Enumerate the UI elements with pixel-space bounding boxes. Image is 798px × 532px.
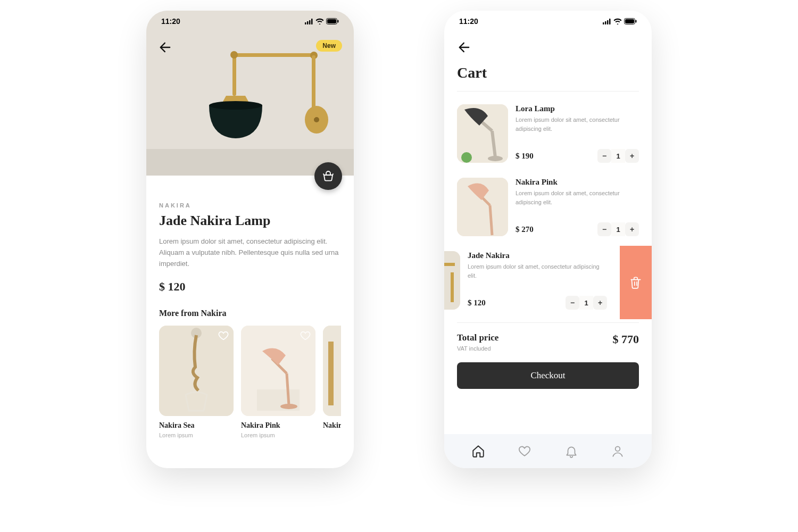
quantity-stepper: − 1 + bbox=[597, 222, 639, 236]
svg-point-38 bbox=[616, 446, 620, 451]
product-details: NAKIRA Jade Nakira Lamp Lorem ipsum dolo… bbox=[146, 176, 354, 438]
svg-point-32 bbox=[488, 156, 503, 161]
cart-item-desc: Lorem ipsum dolor sit amet, consectetur … bbox=[516, 115, 639, 133]
product-hero: New bbox=[146, 11, 354, 176]
quantity-value: 1 bbox=[579, 296, 593, 310]
signal-icon bbox=[305, 19, 313, 24]
svg-rect-30 bbox=[636, 20, 637, 23]
total-price: $ 770 bbox=[613, 332, 639, 346]
status-time: 11:20 bbox=[459, 17, 478, 26]
new-badge: New bbox=[316, 40, 342, 52]
decrease-button[interactable]: − bbox=[597, 222, 611, 236]
nav-favorites[interactable] bbox=[518, 444, 531, 458]
cart-item: Lora Lamp Lorem ipsum dolor sit amet, co… bbox=[457, 99, 639, 172]
nav-profile[interactable] bbox=[611, 444, 625, 458]
svg-point-33 bbox=[461, 152, 472, 163]
related-name: Nakira Sea bbox=[159, 421, 234, 430]
svg-rect-13 bbox=[312, 55, 315, 118]
decrease-button[interactable]: − bbox=[597, 149, 611, 163]
cart-item-desc: Lorem ipsum dolor sit amet, consectetur … bbox=[468, 262, 607, 280]
svg-point-15 bbox=[230, 51, 238, 59]
increase-button[interactable]: + bbox=[593, 296, 607, 310]
more-from-title: More from Nakira bbox=[159, 309, 341, 318]
increase-button[interactable]: + bbox=[625, 149, 639, 163]
total-label: Total price bbox=[457, 332, 498, 343]
home-icon bbox=[471, 444, 485, 458]
cart-title: Cart bbox=[457, 64, 639, 81]
cart-item-name: Nakira Pink bbox=[516, 178, 639, 187]
heart-icon[interactable] bbox=[218, 330, 229, 342]
svg-rect-0 bbox=[305, 22, 306, 24]
svg-rect-5 bbox=[327, 19, 336, 23]
back-button[interactable] bbox=[158, 40, 173, 55]
cart-item-name: Lora Lamp bbox=[516, 104, 639, 113]
status-icons bbox=[305, 18, 339, 24]
quantity-stepper: − 1 + bbox=[597, 149, 639, 163]
related-name: Nakira Pink bbox=[241, 421, 315, 430]
product-image bbox=[146, 11, 354, 176]
bell-icon bbox=[564, 444, 578, 458]
increase-button[interactable]: + bbox=[625, 222, 639, 236]
related-card[interactable]: Nakira Pink Lorem ipsum bbox=[241, 326, 315, 438]
brand-label: NAKIRA bbox=[159, 202, 341, 209]
basket-icon bbox=[322, 170, 335, 182]
decrease-button[interactable]: − bbox=[566, 296, 579, 310]
checkout-button[interactable]: Checkout bbox=[457, 362, 639, 389]
wifi-icon bbox=[315, 18, 324, 24]
svg-rect-14 bbox=[232, 53, 236, 96]
cart-item-image bbox=[457, 178, 508, 236]
status-bar: 11:20 bbox=[146, 11, 354, 32]
totals-row: Total price VAT included $ 770 bbox=[457, 322, 639, 354]
heart-icon bbox=[518, 444, 531, 458]
product-price: $ 120 bbox=[159, 280, 341, 294]
svg-rect-37 bbox=[444, 263, 455, 266]
nav-notifications[interactable] bbox=[564, 444, 578, 458]
svg-rect-11 bbox=[234, 53, 314, 57]
svg-rect-23 bbox=[328, 342, 334, 405]
related-name: Nakira G bbox=[323, 421, 341, 430]
delete-button[interactable] bbox=[620, 246, 652, 319]
total-sub: VAT included bbox=[457, 345, 498, 352]
cart-item-image bbox=[457, 104, 508, 163]
cart-item: Nakira Pink Lorem ipsum dolor sit amet, … bbox=[457, 172, 639, 246]
cart-item-image bbox=[444, 251, 460, 310]
svg-point-21 bbox=[280, 404, 297, 409]
cart-item-price: $ 270 bbox=[516, 225, 534, 234]
quantity-value: 1 bbox=[611, 222, 625, 236]
svg-rect-24 bbox=[603, 22, 604, 24]
cart-screen: 11:20 Cart L bbox=[444, 11, 652, 468]
svg-rect-1 bbox=[307, 21, 309, 24]
back-button[interactable] bbox=[457, 40, 472, 55]
svg-rect-3 bbox=[311, 19, 313, 24]
cart-item-name: Jade Nakira bbox=[468, 251, 607, 260]
related-sub: Lorem ipsum bbox=[241, 432, 315, 438]
svg-rect-25 bbox=[605, 21, 606, 24]
product-description: Lorem ipsum dolor sit amet, consectetur … bbox=[159, 236, 341, 269]
cart-item-price: $ 190 bbox=[516, 152, 534, 161]
divider bbox=[457, 91, 639, 92]
cart-item-desc: Lorem ipsum dolor sit amet, consectetur … bbox=[516, 189, 639, 206]
status-bar: 11:20 bbox=[444, 11, 652, 32]
related-card[interactable]: Nakira G bbox=[323, 326, 341, 438]
trash-icon bbox=[629, 276, 643, 289]
cart-item[interactable]: Jade Nakira Lorem ipsum dolor sit amet, … bbox=[444, 246, 607, 319]
user-icon bbox=[611, 444, 625, 458]
quantity-stepper: − 1 + bbox=[566, 296, 607, 310]
add-to-cart-button[interactable] bbox=[314, 162, 342, 190]
svg-rect-2 bbox=[309, 20, 311, 24]
bottom-nav bbox=[444, 434, 652, 468]
cart-item-price: $ 120 bbox=[468, 298, 486, 307]
heart-icon[interactable] bbox=[300, 330, 311, 342]
related-image bbox=[323, 326, 341, 416]
product-title: Jade Nakira Lamp bbox=[159, 213, 341, 229]
battery-icon bbox=[624, 18, 637, 24]
related-card[interactable]: Nakira Sea Lorem ipsum bbox=[159, 326, 234, 438]
status-icons bbox=[603, 18, 637, 24]
battery-icon bbox=[326, 18, 339, 24]
checkout-label: Checkout bbox=[530, 370, 565, 381]
svg-rect-26 bbox=[607, 20, 609, 24]
related-row[interactable]: Nakira Sea Lorem ipsum bbox=[159, 326, 341, 438]
related-image bbox=[241, 326, 315, 416]
signal-icon bbox=[603, 19, 611, 24]
nav-home[interactable] bbox=[471, 444, 485, 458]
